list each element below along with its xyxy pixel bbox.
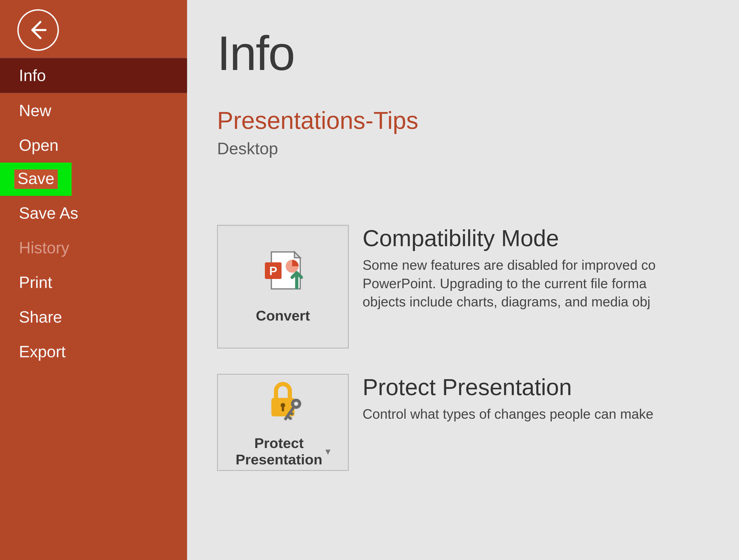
sidebar-item-save[interactable]: Save — [14, 169, 58, 189]
sidebar-item-label: Open — [19, 136, 58, 154]
sidebar-item-label: History — [19, 239, 69, 257]
sidebar-item-label: Save As — [19, 204, 78, 222]
convert-button-label: Convert — [256, 307, 310, 324]
section-protect: Protect Presentation ▾ Protect Presentat… — [217, 374, 739, 471]
sidebar-item-label: Export — [19, 343, 65, 361]
sidebar-item-save-as[interactable]: Save As — [0, 196, 187, 231]
backstage-sidebar: Info New Open Save Save As History Print… — [0, 0, 187, 560]
backstage-content: Info Presentations-Tips Desktop P — [187, 0, 739, 560]
sidebar-item-label: Share — [19, 308, 62, 326]
sidebar-item-print[interactable]: Print — [0, 265, 187, 300]
sidebar-item-label: Info — [19, 66, 46, 85]
sidebar-item-open[interactable]: Open — [0, 128, 187, 163]
sidebar-item-save-highlight: Save — [0, 163, 71, 196]
back-button[interactable] — [17, 9, 59, 51]
section-compatibility: P Convert Compatibility Mode Some new fe… — [217, 225, 739, 348]
document-title: Presentations-Tips — [217, 107, 739, 134]
back-arrow-icon — [26, 18, 50, 41]
sidebar-item-export[interactable]: Export — [0, 334, 187, 369]
convert-button[interactable]: P Convert — [217, 225, 349, 348]
protect-presentation-button[interactable]: Protect Presentation ▾ — [217, 374, 349, 471]
sidebar-item-label: Save — [18, 169, 54, 187]
page-title: Info — [217, 25, 739, 81]
sidebar-item-info[interactable]: Info — [0, 58, 187, 93]
section-title-compatibility: Compatibility Mode — [362, 225, 655, 252]
section-desc-protect: Control what types of changes people can… — [362, 405, 653, 424]
backstage-menu: Info New Open Save Save As History Print… — [0, 58, 187, 369]
sidebar-item-share[interactable]: Share — [0, 300, 187, 334]
svg-marker-2 — [294, 252, 300, 258]
powerpoint-convert-icon: P — [258, 250, 308, 296]
section-desc-compatibility: Some new features are disabled for impro… — [362, 256, 655, 311]
svg-text:P: P — [269, 264, 277, 278]
sidebar-item-history: History — [0, 231, 187, 265]
chevron-down-icon: ▾ — [326, 446, 330, 456]
sidebar-item-new[interactable]: New — [0, 93, 187, 128]
document-location: Desktop — [217, 139, 739, 158]
sidebar-item-label: Print — [19, 273, 52, 291]
section-title-protect: Protect Presentation — [362, 374, 653, 400]
svg-rect-8 — [282, 405, 284, 411]
protect-presentation-button-label: Protect Presentation ▾ — [236, 435, 330, 468]
lock-key-icon — [258, 377, 308, 423]
sidebar-item-label: New — [19, 102, 51, 120]
